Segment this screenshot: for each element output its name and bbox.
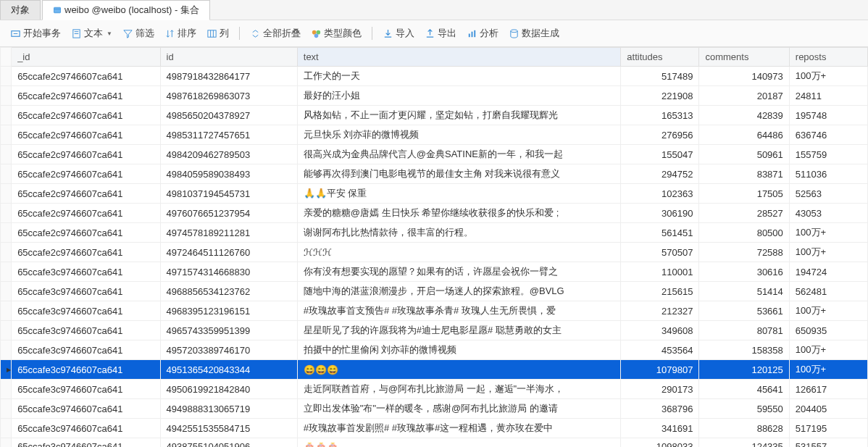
cell-text[interactable]: 亲爱的糖糖@唐嫣 生日快乐 希望你继续收获很多的快乐和爱 ; bbox=[297, 204, 621, 223]
cell-attitudes[interactable]: 155047 bbox=[621, 145, 699, 164]
cell-reposts[interactable]: 100万+ bbox=[789, 243, 867, 262]
table-row[interactable]: 65ccafe2c9746607ca6414987618269863073最好的… bbox=[1, 86, 868, 106]
cell-id[interactable]: 4976076651237954 bbox=[160, 204, 297, 223]
cell-id[interactable]: 4984209462789503 bbox=[160, 145, 297, 164]
cell-attitudes[interactable]: 1079807 bbox=[621, 360, 699, 380]
cell-reposts[interactable]: 100万+ bbox=[789, 301, 867, 321]
tab-objects[interactable]: 对象 bbox=[0, 0, 41, 20]
cell-text[interactable]: 🙏🙏平安 保重 bbox=[297, 184, 621, 204]
cell-id[interactable]: 4974578189211281 bbox=[160, 223, 297, 243]
cell-id[interactable]: 4957203389746170 bbox=[160, 341, 297, 360]
cell-id[interactable]: 4984059589038493 bbox=[160, 164, 297, 184]
table-row[interactable]: 65ccafe2c9746607ca6414984059589038493能够再… bbox=[1, 164, 868, 184]
cell-comments[interactable]: 30616 bbox=[699, 262, 789, 282]
cell-attitudes[interactable]: 102363 bbox=[621, 184, 699, 204]
table-row[interactable]: 65ccafe3c9746607ca6414965743359951399星星听… bbox=[1, 321, 868, 341]
cell-oid[interactable]: 65ccafe3c9746607ca641 bbox=[12, 341, 160, 360]
cell-oid[interactable]: 65ccafe2c9746607ca641 bbox=[12, 106, 160, 125]
cell-comments[interactable]: 80500 bbox=[699, 223, 789, 243]
cell-oid[interactable]: 65ccafe3c9746607ca641 bbox=[12, 321, 160, 341]
cell-text[interactable]: 😄😄😄 bbox=[297, 360, 621, 380]
cell-reposts[interactable]: 126617 bbox=[789, 380, 867, 399]
table-row[interactable]: 65ccafe2c9746607ca6414974578189211281谢谢阿… bbox=[1, 223, 868, 243]
cell-attitudes[interactable]: 517489 bbox=[621, 67, 699, 86]
cell-attitudes[interactable]: 276956 bbox=[621, 125, 699, 145]
table-row[interactable]: 65ccafe3c9746607ca6414968395123196151#玫瑰… bbox=[1, 301, 868, 321]
cell-oid[interactable]: 65ccafe3c9746607ca641 bbox=[12, 301, 160, 321]
cell-reposts[interactable]: 636746 bbox=[789, 125, 867, 145]
row-handle[interactable] bbox=[1, 341, 12, 360]
table-row[interactable]: 65ccafe3c9746607ca6414938755104051906🎂🎂🎂… bbox=[1, 438, 868, 448]
row-handle[interactable] bbox=[1, 204, 12, 223]
col-header-attitudes[interactable]: attitudes bbox=[621, 48, 699, 67]
cell-oid[interactable]: 65ccafe2c9746607ca641 bbox=[12, 125, 160, 145]
table-row[interactable]: 65ccafe2c9746607ca6414976076651237954亲爱的… bbox=[1, 204, 868, 223]
cell-text[interactable]: 拍摄中的忙里偷闲 刘亦菲的微博视频 bbox=[297, 341, 621, 360]
table-row[interactable]: 65ccafe3c9746607ca6414950619921842840走近阿… bbox=[1, 380, 868, 399]
cell-id[interactable]: 4968395123196151 bbox=[160, 301, 297, 321]
row-handle[interactable] bbox=[1, 380, 12, 399]
cell-text[interactable]: 你有没有想要实现的愿望？如果有的话，许愿星会祝你一臂之 bbox=[297, 262, 621, 282]
row-handle[interactable] bbox=[1, 419, 12, 438]
cell-text[interactable]: 工作犬的一天 bbox=[297, 67, 621, 86]
cell-attitudes[interactable]: 570507 bbox=[621, 243, 699, 262]
cell-text[interactable]: ℋℋℋ bbox=[297, 243, 621, 262]
cell-id[interactable]: 4985311727457651 bbox=[160, 125, 297, 145]
table-row[interactable]: 65ccafe3c9746607ca6414951365420843344😄😄😄… bbox=[1, 360, 868, 380]
cell-oid[interactable]: 65ccafe3c9746607ca641 bbox=[12, 262, 160, 282]
cell-text[interactable]: 🎂🎂🎂 bbox=[297, 438, 621, 448]
cell-oid[interactable]: 65ccafe3c9746607ca641 bbox=[12, 438, 160, 448]
cell-comments[interactable]: 72588 bbox=[699, 243, 789, 262]
cell-comments[interactable]: 20187 bbox=[699, 86, 789, 106]
cell-comments[interactable]: 80781 bbox=[699, 321, 789, 341]
row-handle[interactable] bbox=[1, 67, 12, 86]
row-handle[interactable] bbox=[1, 223, 12, 243]
row-handle[interactable] bbox=[1, 106, 12, 125]
cell-oid[interactable]: 65ccafe2c9746607ca641 bbox=[12, 243, 160, 262]
cell-reposts[interactable]: 100万+ bbox=[789, 223, 867, 243]
cell-text[interactable]: 很高兴成为金典品牌代言人@金典SATINE新的一年，和我一起 bbox=[297, 145, 621, 164]
cell-reposts[interactable]: 517195 bbox=[789, 419, 867, 438]
import-button[interactable]: 导入 bbox=[378, 25, 419, 42]
table-row[interactable]: 65ccafe2c9746607ca6414972464511126760ℋℋℋ… bbox=[1, 243, 868, 262]
row-handle[interactable] bbox=[1, 125, 12, 145]
data-gen-button[interactable]: 数据生成 bbox=[504, 25, 564, 42]
cell-reposts[interactable]: 24811 bbox=[789, 86, 867, 106]
cell-comments[interactable]: 42839 bbox=[699, 106, 789, 125]
cell-oid[interactable]: 65ccafe2c9746607ca641 bbox=[12, 184, 160, 204]
cell-reposts[interactable]: 52563 bbox=[789, 184, 867, 204]
table-row[interactable]: 65ccafe2c9746607ca6414984209462789503很高兴… bbox=[1, 145, 868, 164]
row-handle[interactable] bbox=[1, 360, 12, 380]
cell-comments[interactable]: 50961 bbox=[699, 145, 789, 164]
tab-collection[interactable]: weibo @weibo (localhost) - 集合 bbox=[42, 0, 210, 20]
row-handle[interactable] bbox=[1, 282, 12, 301]
row-handle[interactable] bbox=[1, 184, 12, 204]
cell-id[interactable]: 4965743359951399 bbox=[160, 321, 297, 341]
cell-id[interactable]: 4987618269863073 bbox=[160, 86, 297, 106]
cell-comments[interactable]: 59550 bbox=[699, 399, 789, 419]
cell-comments[interactable]: 88628 bbox=[699, 419, 789, 438]
cell-reposts[interactable]: 204405 bbox=[789, 399, 867, 419]
cell-attitudes[interactable]: 294752 bbox=[621, 164, 699, 184]
cell-text[interactable]: 最好的汪小姐 bbox=[297, 86, 621, 106]
cell-attitudes[interactable]: 341691 bbox=[621, 419, 699, 438]
cell-id[interactable]: 4942551535584715 bbox=[160, 419, 297, 438]
cell-comments[interactable]: 53661 bbox=[699, 301, 789, 321]
data-grid[interactable]: _id id text attitudes comments reposts 6… bbox=[0, 47, 868, 447]
cell-text[interactable]: 星星听见了我的许愿我将为#迪士尼电影星愿# 聪慧勇敢的女主 bbox=[297, 321, 621, 341]
row-handle[interactable] bbox=[1, 399, 12, 419]
cell-id[interactable]: 4985650204378927 bbox=[160, 106, 297, 125]
begin-transaction-button[interactable]: 开始事务 bbox=[6, 25, 65, 42]
type-color-button[interactable]: 类型颜色 bbox=[306, 25, 366, 42]
col-header-reposts[interactable]: reposts bbox=[789, 48, 867, 67]
cell-comments[interactable]: 28527 bbox=[699, 204, 789, 223]
col-header-oid[interactable]: _id bbox=[12, 48, 160, 67]
cell-text[interactable]: 随地中海的湛蓝浪潮漫步，开启一场迷人的探索旅程。@BVLG bbox=[297, 282, 621, 301]
cell-comments[interactable]: 51414 bbox=[699, 282, 789, 301]
cell-attitudes[interactable]: 453564 bbox=[621, 341, 699, 360]
cell-id[interactable]: 4949888313065719 bbox=[160, 399, 297, 419]
cell-comments[interactable]: 83871 bbox=[699, 164, 789, 184]
cell-oid[interactable]: 65ccafe2c9746607ca641 bbox=[12, 204, 160, 223]
table-row[interactable]: 65ccafe3c9746607ca6414968856534123762随地中… bbox=[1, 282, 868, 301]
cell-reposts[interactable]: 100万+ bbox=[789, 67, 867, 86]
